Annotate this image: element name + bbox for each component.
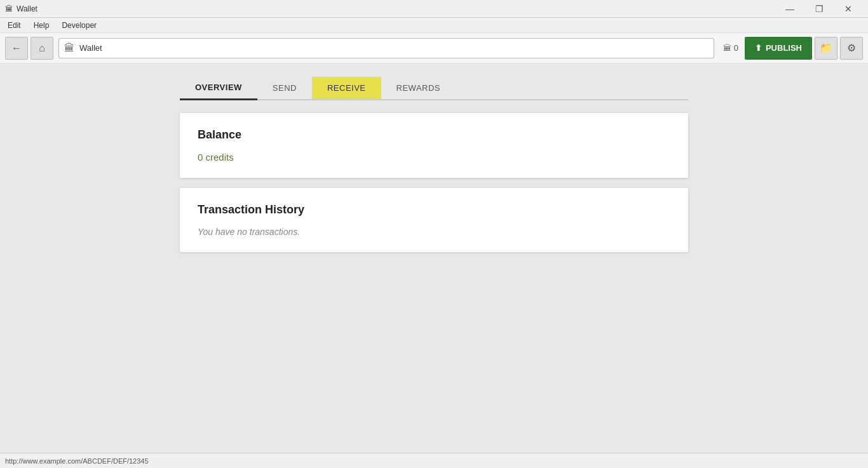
menu-developer[interactable]: Developer <box>57 20 102 31</box>
tab-overview[interactable]: OVERVIEW <box>180 76 257 100</box>
publish-icon: ⬆ <box>755 43 762 53</box>
credits-count: 0 <box>734 43 738 53</box>
status-url: http://www.example.com/ABCDEF/DEF/12345 <box>5 457 149 465</box>
title-bar-controls: — ❐ ✕ <box>775 0 863 18</box>
credits-badge: 🏛 0 <box>719 43 742 53</box>
balance-card-title: Balance <box>198 128 670 142</box>
balance-card: Balance 0 credits <box>180 113 688 178</box>
tab-send[interactable]: SEND <box>257 77 312 99</box>
menu-bar: Edit Help Developer <box>0 18 868 33</box>
toolbar: ← ⌂ 🏛 Wallet 🏛 0 ⬆ PUBLISH 📁 ⚙ <box>0 33 868 64</box>
window-title: Wallet <box>17 4 37 13</box>
toolbar-right: 🏛 0 ⬆ PUBLISH 📁 ⚙ <box>719 37 863 60</box>
transaction-history-card: Transaction History You have no transact… <box>180 188 688 252</box>
back-button[interactable]: ← <box>5 37 28 60</box>
credits-icon: 🏛 <box>723 43 731 53</box>
folder-button[interactable]: 📁 <box>815 37 837 60</box>
transaction-history-title: Transaction History <box>198 203 670 217</box>
publish-button[interactable]: ⬆ PUBLISH <box>745 37 812 60</box>
app-icon: 🏛 <box>5 4 13 13</box>
tabs-container: OVERVIEW SEND RECEIVE REWARDS <box>180 76 688 100</box>
address-bar-icon: 🏛 <box>64 43 74 54</box>
menu-help[interactable]: Help <box>29 20 55 31</box>
tab-rewards[interactable]: REWARDS <box>381 77 456 99</box>
home-button[interactable]: ⌂ <box>31 37 53 60</box>
maximize-button[interactable]: ❐ <box>804 0 834 18</box>
close-button[interactable]: ✕ <box>834 0 863 18</box>
status-bar: http://www.example.com/ABCDEF/DEF/12345 <box>0 453 868 468</box>
minimize-button[interactable]: — <box>775 0 804 18</box>
tab-receive[interactable]: RECEIVE <box>312 77 381 99</box>
menu-edit[interactable]: Edit <box>3 20 26 31</box>
title-bar-left: 🏛 Wallet <box>5 4 37 13</box>
settings-button[interactable]: ⚙ <box>840 37 863 60</box>
title-bar: 🏛 Wallet — ❐ ✕ <box>0 0 868 18</box>
address-bar: 🏛 Wallet <box>58 38 714 58</box>
main-content: OVERVIEW SEND RECEIVE REWARDS Balance 0 … <box>0 64 868 453</box>
balance-value: 0 credits <box>198 152 670 163</box>
publish-label: PUBLISH <box>766 43 802 53</box>
address-text: Wallet <box>79 43 709 53</box>
no-transactions-message: You have no transactions. <box>198 227 670 237</box>
